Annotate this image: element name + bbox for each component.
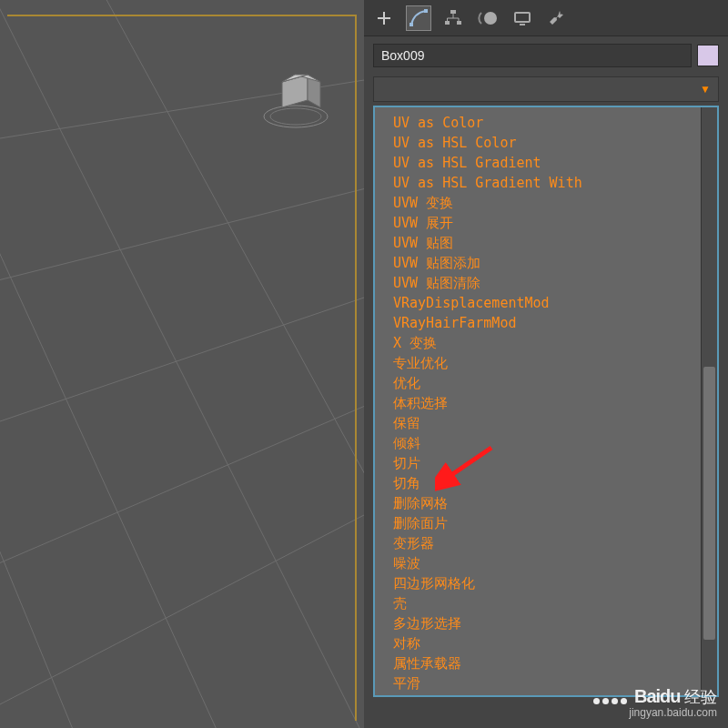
- object-name-row: [373, 44, 719, 67]
- svg-line-3: [0, 387, 364, 582]
- watermark: Baidu 经验 jingyan.baidu.com: [593, 686, 717, 719]
- svg-rect-17: [450, 10, 456, 14]
- modifier-item[interactable]: 优化: [393, 373, 699, 393]
- modifier-item[interactable]: UVW 贴图添加: [393, 253, 699, 273]
- watermark-site: jingyan.baidu.com: [593, 706, 717, 719]
- viewport-grid: [0, 0, 364, 728]
- svg-line-4: [0, 491, 364, 728]
- create-tab-icon[interactable]: [371, 5, 397, 31]
- modifier-item[interactable]: UV as HSL Gradient With: [393, 173, 699, 193]
- svg-rect-15: [410, 23, 413, 26]
- object-color-swatch[interactable]: [697, 45, 719, 66]
- modifier-item[interactable]: UV as HSL Gradient: [393, 153, 699, 173]
- modifier-item[interactable]: 多边形选择: [393, 613, 699, 633]
- motion-tab-icon[interactable]: [475, 5, 500, 31]
- modify-panel-body: ▼ UV as ColorUV as HSL ColorUV as HSL Gr…: [364, 36, 728, 704]
- svg-line-6: [82, 0, 364, 728]
- watermark-brand: Baidu: [634, 686, 681, 706]
- command-panel: ▼ UV as ColorUV as HSL ColorUV as HSL Gr…: [364, 0, 728, 728]
- modifier-item[interactable]: 删除网格: [393, 493, 699, 513]
- modifier-item[interactable]: 体积选择: [393, 393, 699, 413]
- svg-line-7: [0, 0, 237, 728]
- svg-line-8: [0, 0, 91, 728]
- svg-line-2: [0, 282, 364, 437]
- svg-line-1: [0, 177, 364, 291]
- modifier-item[interactable]: UVW 变换: [393, 193, 699, 213]
- modifier-list-scrollbar[interactable]: [701, 107, 717, 695]
- modifier-item[interactable]: UVW 贴图清除: [393, 273, 699, 293]
- modifier-item[interactable]: 专业优化: [393, 353, 699, 373]
- modifier-list-panel: UV as ColorUV as HSL ColorUV as HSL Grad…: [373, 106, 719, 697]
- modifier-item[interactable]: 保留: [393, 413, 699, 433]
- display-tab-icon[interactable]: [510, 5, 535, 31]
- viewport-3d[interactable]: [0, 0, 364, 728]
- modifier-item[interactable]: 对称: [393, 633, 699, 653]
- scrollbar-thumb[interactable]: [703, 367, 715, 640]
- modifier-item[interactable]: UVW 展开: [393, 213, 699, 233]
- dropdown-arrow-icon: ▼: [700, 83, 711, 96]
- command-panel-toolbar: [364, 0, 728, 36]
- modifier-item[interactable]: 删除面片: [393, 513, 699, 533]
- modifier-item[interactable]: 倾斜: [393, 433, 699, 453]
- modifier-item[interactable]: 壳: [393, 593, 699, 613]
- svg-point-20: [484, 12, 497, 25]
- svg-rect-21: [515, 13, 530, 22]
- modifier-item[interactable]: UVW 贴图: [393, 233, 699, 253]
- modifier-item[interactable]: X 变换: [393, 333, 699, 353]
- modifier-list[interactable]: UV as ColorUV as HSL ColorUV as HSL Grad…: [375, 107, 699, 695]
- modifier-item[interactable]: 噪波: [393, 553, 699, 573]
- svg-rect-18: [445, 21, 450, 25]
- modifier-item[interactable]: VRayHairFarmMod: [393, 313, 699, 333]
- watermark-cn: 经验: [684, 688, 717, 706]
- svg-rect-22: [520, 24, 525, 25]
- paw-icon: [593, 698, 627, 704]
- modifier-item[interactable]: 属性承载器: [393, 653, 699, 673]
- modifier-item[interactable]: UV as Color: [393, 113, 699, 133]
- svg-rect-16: [424, 9, 428, 13]
- modifier-item[interactable]: 切片: [393, 453, 699, 473]
- modifier-item[interactable]: 变形器: [393, 533, 699, 553]
- modifier-item[interactable]: 切角: [393, 473, 699, 493]
- svg-rect-19: [457, 21, 461, 25]
- modifier-item[interactable]: 四边形网格化: [393, 573, 699, 593]
- modifier-item[interactable]: UV as HSL Color: [393, 133, 699, 153]
- object-name-input[interactable]: [373, 44, 692, 67]
- svg-line-0: [0, 73, 364, 146]
- modify-tab-icon[interactable]: [406, 5, 431, 31]
- utilities-tab-icon[interactable]: [544, 5, 570, 31]
- modifier-list-dropdown[interactable]: ▼: [373, 76, 719, 102]
- modifier-item[interactable]: VRayDisplacementMod: [393, 293, 699, 313]
- hierarchy-tab-icon[interactable]: [440, 5, 466, 31]
